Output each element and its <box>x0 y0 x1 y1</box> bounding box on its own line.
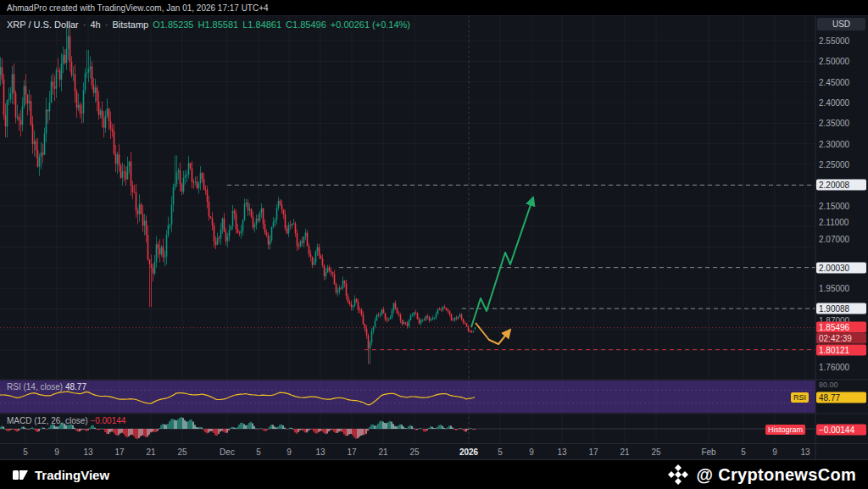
top-watermark-bar: AhmadPro created with TradingView.com, J… <box>0 0 868 15</box>
tradingview-chart-window: AhmadPro created with TradingView.com, J… <box>0 0 868 489</box>
macd-histogram <box>0 417 476 439</box>
pullback-projection-arrow[interactable] <box>476 323 510 344</box>
cryptonews-handle-text: @ CryptonewsCom <box>697 465 856 485</box>
legend-separator: · <box>105 19 108 30</box>
top-watermark-text: AhmadPro created with TradingView.com, J… <box>7 3 269 13</box>
currency-toggle-button[interactable]: USD <box>817 18 865 31</box>
tradingview-brand[interactable]: TradingView <box>12 466 109 483</box>
ohlc-open: O1.85235 <box>153 19 193 30</box>
tradingview-brand-text: TradingView <box>35 468 109 482</box>
chart-legend: XRP / U.S. Dollar · 4h · Bitstamp O1.852… <box>7 19 410 30</box>
rsi-band <box>0 381 815 413</box>
change-label: +0.00261 (+0.14%) <box>331 19 410 30</box>
cryptonews-handle[interactable]: @ CryptonewsCom <box>667 464 856 486</box>
tradingview-logo-icon <box>12 466 29 483</box>
interval-label[interactable]: 4h <box>90 19 100 30</box>
symbol-title[interactable]: XRP / U.S. Dollar <box>7 19 79 30</box>
ohlc-high: H1.85581 <box>198 19 239 30</box>
binance-diamond-icon <box>667 464 689 486</box>
grid-lines <box>0 15 815 443</box>
ohlc-close: C1.85496 <box>286 19 326 30</box>
legend-separator: · <box>83 19 86 30</box>
bullish-projection-arrow[interactable] <box>471 197 533 327</box>
footer-bar: TradingView @ CryptonewsCom <box>0 460 868 489</box>
candlestick-series <box>0 25 476 364</box>
exchange-label: Bitstamp <box>112 19 148 30</box>
chart-canvas[interactable] <box>0 0 868 489</box>
ohlc-low: L1.84861 <box>242 19 281 30</box>
